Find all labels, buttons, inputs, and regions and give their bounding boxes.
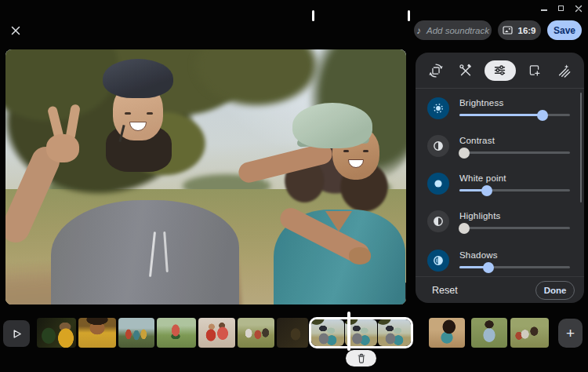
slider-row-highlights: Highlights [427, 210, 572, 237]
slider-thumb[interactable] [459, 223, 470, 234]
edit-tools-row [416, 53, 584, 88]
panel-footer: Reset Done [416, 276, 584, 303]
tune-sliders-icon [493, 64, 506, 77]
shadows-icon [433, 255, 444, 266]
slider-label: Brightness [459, 98, 503, 108]
panel-scrollbar[interactable] [580, 93, 582, 202]
slider-row-shadows: Shadows [427, 250, 572, 276]
window-controls [538, 3, 584, 13]
add-soundtrack-label: Add soundtrack [426, 26, 489, 35]
tools-icon [459, 64, 473, 78]
reset-button[interactable]: Reset [432, 285, 458, 296]
tab-adjustments[interactable] [485, 60, 516, 81]
timeline-thumbnail[interactable] [78, 318, 116, 348]
slider-row-white-point: White point [427, 173, 572, 199]
close-editor-button[interactable] [7, 23, 24, 38]
contrast-toggle[interactable] [427, 135, 449, 157]
trim-handle-right[interactable] [408, 10, 410, 21]
add-clip-button[interactable]: + [558, 319, 583, 348]
slider-label: White point [459, 173, 506, 183]
timeline-thumbnail[interactable] [510, 318, 549, 348]
slider-label: Contrast [459, 136, 495, 145]
shadows-toggle[interactable] [427, 250, 449, 272]
highlights-slider[interactable] [459, 227, 570, 229]
play-icon [11, 328, 23, 340]
aspect-ratio-button[interactable]: 16:9 [498, 20, 541, 40]
done-button[interactable]: Done [535, 281, 575, 300]
contrast-icon [433, 140, 444, 151]
slider-thumb[interactable] [483, 262, 494, 273]
video-preview [5, 49, 406, 305]
timeline-thumbnail[interactable] [429, 318, 465, 348]
window-close-icon[interactable] [572, 3, 584, 13]
slider-label: Shadows [459, 250, 498, 260]
save-label: Save [554, 25, 575, 36]
maximize-icon[interactable] [555, 3, 567, 13]
timeline-thumbnail[interactable] [238, 318, 274, 348]
contrast-slider[interactable] [459, 151, 570, 154]
white-point-icon [433, 178, 444, 189]
brightness-toggle[interactable] [427, 97, 449, 119]
tab-effects[interactable] [553, 60, 575, 81]
playhead[interactable] [347, 312, 350, 351]
brightness-slider[interactable] [459, 114, 570, 116]
aspect-ratio-label: 16:9 [517, 26, 535, 35]
timeline-thumbnail[interactable] [157, 318, 196, 348]
timeline-thumbnail[interactable] [198, 318, 235, 348]
timeline-thumbnail[interactable] [37, 318, 76, 348]
slider-label: Highlights [459, 211, 501, 221]
effects-icon [557, 64, 571, 78]
timeline-thumbnail[interactable] [277, 318, 308, 348]
tab-auto-fix[interactable] [455, 60, 477, 81]
add-box-icon [528, 64, 541, 77]
brightness-overlay [5, 49, 406, 305]
clip-frame [311, 319, 344, 346]
slider-thumb[interactable] [481, 185, 492, 196]
adjustments-panel: Brightness Contrast White point [416, 53, 584, 303]
tab-add-overlay[interactable] [523, 60, 546, 81]
slider-thumb[interactable] [459, 148, 470, 159]
trash-icon [357, 353, 366, 363]
shadows-slider[interactable] [459, 266, 570, 268]
white-point-slider[interactable] [459, 189, 570, 191]
slider-row-brightness: Brightness [427, 97, 572, 124]
delete-clip-button[interactable] [346, 350, 376, 367]
add-soundtrack-button[interactable]: ♪ Add soundtrack [414, 20, 492, 40]
brightness-icon [433, 103, 444, 114]
slider-thumb[interactable] [537, 110, 548, 121]
play-button[interactable] [3, 320, 30, 347]
timeline-thumbnail[interactable] [118, 318, 154, 348]
selected-clip[interactable] [309, 317, 413, 348]
slider-row-contrast: Contrast [427, 135, 572, 162]
minimize-icon[interactable] [538, 3, 550, 13]
video-editor-window: ♪ Add soundtrack 16:9 Save [0, 0, 588, 372]
clip-frame [378, 319, 411, 346]
image-icon [503, 26, 513, 35]
music-note-icon: ♪ [416, 25, 421, 36]
highlights-icon [433, 216, 444, 227]
highlights-toggle[interactable] [427, 210, 449, 232]
panel-divider [416, 88, 584, 89]
trim-handle-left[interactable] [312, 10, 314, 21]
timeline-thumbnail[interactable] [471, 318, 507, 348]
crop-rotate-icon [429, 64, 443, 78]
save-button[interactable]: Save [547, 20, 582, 40]
white-point-toggle[interactable] [427, 173, 449, 195]
tab-crop-rotate[interactable] [425, 60, 448, 81]
